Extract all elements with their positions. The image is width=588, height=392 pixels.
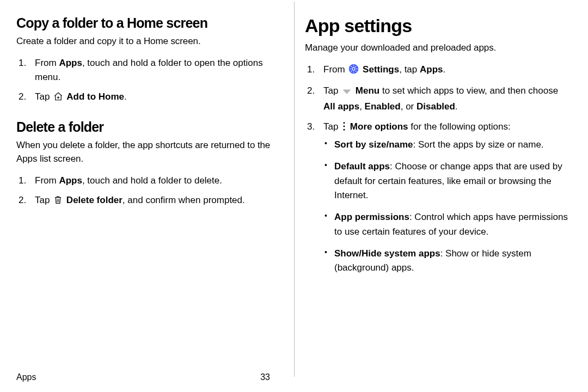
step-number: 1. [19,56,26,70]
step-text: Tap Add to Home. [35,91,127,102]
step-text: Tap Menu to set which apps to view, and … [323,85,558,112]
step-number: 2. [19,193,26,207]
step-number: 2. [307,84,315,98]
list-item: Sort by size/name: Sort the apps by size… [323,138,572,152]
right-column: App settings Manage your downloaded and … [305,15,572,366]
step-number: 3. [307,120,315,134]
add-home-icon [53,91,63,106]
intro-app-settings: Manage your downloaded and preloaded app… [305,41,572,55]
step-number: 1. [19,174,26,188]
step-item: 1. From Settings, tap Apps. [307,63,572,78]
intro-delete-folder: When you delete a folder, the app shortc… [16,138,283,166]
step-text: From Apps, touch and hold a folder to op… [35,58,263,82]
step-text: From Apps, touch and hold a folder to de… [35,175,222,186]
list-item: Show/Hide system apps: Show or hide syst… [323,247,572,275]
copy-folder-steps: 1. From Apps, touch and hold a folder to… [19,56,283,106]
delete-folder-steps: 1. From Apps, touch and hold a folder to… [19,174,283,210]
step-number: 1. [307,63,315,77]
app-settings-steps: 1. From Settings, tap Apps. 2. Tap Menu … [307,63,572,275]
step-text: Tap More options for the following optio… [323,121,511,132]
heading-app-settings: App settings [305,15,572,36]
dropdown-caret-icon [342,85,352,100]
list-item: Default apps: Choose or change apps that… [323,160,572,203]
step-item: 2. Tap Add to Home. [19,90,283,106]
heading-copy-folder: Copy a folder to a Home screen [16,15,283,31]
intro-copy-folder: Create a folder and copy it to a Home sc… [16,34,283,48]
step-item: 1. From Apps, touch and hold a folder to… [19,56,283,85]
svg-point-16 [344,128,345,130]
step-item: 2. Tap Delete folder, and confirm when p… [19,193,283,209]
page-content: Copy a folder to a Home screen Create a … [16,15,572,366]
svg-point-14 [344,122,345,124]
trash-icon [53,195,63,209]
list-item: App permissions: Control which apps have… [323,210,572,239]
left-column: Copy a folder to a Home screen Create a … [16,15,283,366]
more-options-icon [342,121,346,136]
page-footer: Apps 33 [16,372,294,382]
step-item: 3. Tap More options for the following op… [307,120,572,275]
settings-gear-icon [348,64,359,78]
heading-delete-folder: Delete a folder [16,119,283,135]
footer-section: Apps [16,372,36,382]
svg-point-15 [344,125,345,127]
step-text: From Settings, tap Apps. [323,64,445,75]
step-item: 1. From Apps, touch and hold a folder to… [19,174,283,188]
more-options-list: Sort by size/name: Sort the apps by size… [323,138,572,275]
step-number: 2. [19,90,26,104]
footer-page-number: 33 [260,372,270,382]
step-item: 2. Tap Menu to set which apps to view, a… [307,84,572,114]
step-text: Tap Delete folder, and confirm when prom… [35,195,245,205]
column-divider [294,2,295,377]
